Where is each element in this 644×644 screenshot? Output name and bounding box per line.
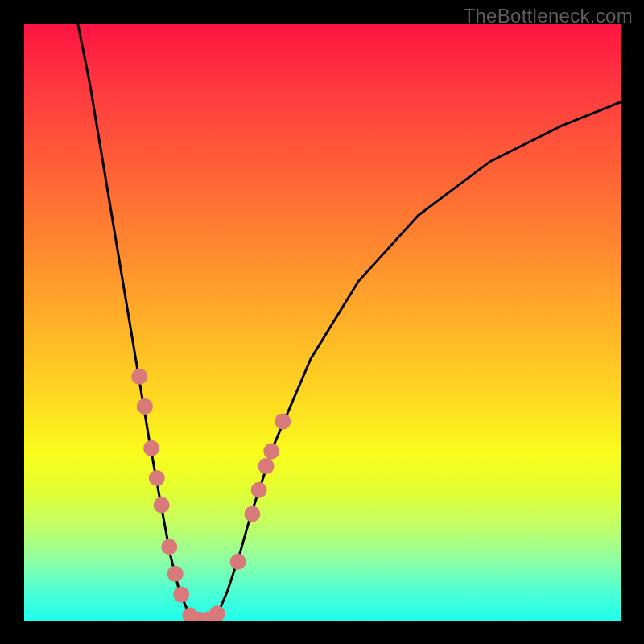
data-point: [209, 605, 225, 621]
data-point: [263, 444, 279, 460]
data-point: [258, 458, 275, 474]
data-point: [167, 566, 184, 582]
data-point: [137, 398, 153, 415]
v-curve-path: [78, 24, 621, 620]
data-point: [230, 554, 246, 570]
data-point: [149, 470, 165, 486]
data-point: [131, 369, 147, 385]
data-point: [275, 413, 291, 429]
watermark-text: TheBottleneck.com: [463, 5, 633, 27]
data-point: [173, 587, 189, 603]
data-point: [154, 497, 170, 513]
data-point: [251, 482, 267, 498]
chart-frame: TheBottleneck.com: [0, 0, 644, 644]
chart-svg: [24, 24, 621, 621]
data-point: [244, 506, 260, 522]
data-point: [143, 440, 159, 456]
dots-group: [131, 369, 291, 621]
data-point: [161, 539, 177, 555]
curve-group: [78, 24, 621, 620]
